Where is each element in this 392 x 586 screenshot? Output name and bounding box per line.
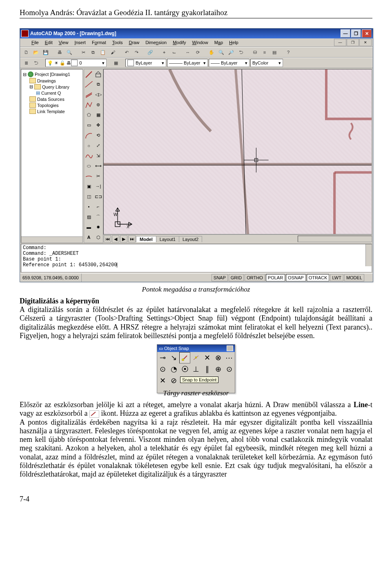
trim-icon[interactable]: ✂ [94, 171, 103, 181]
menu-dimension[interactable]: Dimension [143, 40, 169, 45]
osnap-appint-icon[interactable]: ⊗ [213, 352, 224, 363]
cmd-input-line[interactable]: Reference point 1: 645300,264200 [23, 262, 370, 268]
preview-icon[interactable]: 🔍 [65, 48, 74, 57]
drawing-canvas[interactable]: W X [103, 69, 372, 234]
help-icon[interactable]: ? [284, 48, 293, 57]
layerprev-icon[interactable]: ⮌ [31, 58, 40, 67]
open-icon[interactable]: 📂 [31, 48, 40, 57]
osnap-endpoint-icon[interactable] [179, 352, 190, 363]
plotstyle-combo[interactable]: ByColor▾ [250, 59, 283, 67]
status-ortho[interactable]: ORTHO [245, 274, 265, 281]
mtext-icon[interactable]: A [84, 232, 94, 242]
osnap-center-icon[interactable]: ⊙ [157, 363, 168, 375]
status-polar[interactable]: POLAR [266, 274, 285, 281]
menu-tools[interactable]: Tools [110, 40, 125, 45]
new-icon[interactable]: 🗋 [22, 48, 31, 57]
zoom-prev-icon[interactable]: ⮌ [236, 48, 245, 57]
cut-icon[interactable]: ✂ [79, 48, 88, 57]
tab-last-icon[interactable]: ⏭ [128, 235, 136, 243]
lengthen-icon[interactable]: ⟷ [94, 161, 103, 171]
paste-icon[interactable]: 📋 [98, 48, 107, 57]
mdi-restore-icon[interactable]: ❐ [347, 39, 359, 46]
status-model[interactable]: MODEL [344, 274, 364, 281]
explode-icon[interactable]: ✸ [94, 222, 103, 232]
layers-icon[interactable]: ≣ [22, 58, 31, 67]
adcenter-icon[interactable]: ▤ [270, 48, 279, 57]
fillet-icon[interactable]: ⌒ [94, 212, 103, 222]
menu-window[interactable]: Window [190, 40, 211, 45]
mdi-close-icon[interactable]: ✕ [359, 39, 372, 46]
zoom-win-icon[interactable]: 🔎 [227, 48, 236, 57]
region-icon[interactable]: ▬ [84, 222, 94, 232]
command-window[interactable]: Command: Command: _ADERSHEET Base point … [21, 244, 372, 272]
chamfer-icon[interactable]: ⌐ [94, 202, 103, 212]
menu-insert[interactable]: Insert [72, 40, 88, 45]
hyperlink-icon[interactable]: 🔗 [146, 48, 155, 57]
osnap-perpendicular-icon[interactable]: ⊥ [190, 363, 201, 375]
status-osnap[interactable]: OSNAP [286, 274, 306, 281]
matchprop-icon[interactable]: 🖌 [108, 48, 117, 57]
array-icon[interactable]: ▦ [94, 110, 103, 120]
dist-icon[interactable]: ↔ [183, 48, 192, 57]
line-icon[interactable] [84, 69, 94, 79]
block-icon[interactable]: ◫ [84, 192, 94, 201]
menu-draw[interactable]: Draw [126, 40, 142, 45]
arc-icon[interactable] [84, 131, 94, 140]
extend-icon[interactable]: →| [94, 181, 103, 191]
copy-icon[interactable]: ⧉ [89, 48, 98, 57]
tab-layout1[interactable]: Layout1 [156, 236, 179, 242]
cmd-vscrollbar[interactable] [365, 244, 372, 266]
linetype-combo[interactable]: ——— ByLayer▾ [167, 59, 208, 67]
hatch-icon[interactable]: ▨ [84, 212, 94, 222]
mdi-minimize-icon[interactable]: — [334, 39, 346, 46]
pline-icon[interactable] [84, 100, 94, 110]
minimize-button[interactable]: — [341, 29, 350, 38]
undo-icon[interactable]: ↶ [122, 48, 131, 57]
menu-modify[interactable]: Modify [170, 40, 188, 45]
menu-view[interactable]: View [56, 40, 71, 45]
color-combo[interactable]: ByLayer▾ [125, 59, 166, 67]
project-tree[interactable]: ⊟Project [Drawing1 Drawings ⊟Query Libra… [21, 69, 82, 236]
xline-icon[interactable] [84, 80, 94, 89]
osnap-from-icon[interactable]: ↘ [168, 352, 179, 363]
osnap-tracking-icon[interactable]: ⊸ [157, 352, 168, 363]
rotate-icon[interactable]: ⟲ [94, 131, 103, 140]
status-grid[interactable]: GRID [229, 274, 244, 281]
stretch-icon[interactable]: ⇲ [94, 151, 103, 161]
scale-icon[interactable]: ⤢ [94, 141, 103, 151]
layer-combo[interactable]: 💡 ☀ 🔓 🖶 0▾ [45, 59, 107, 67]
status-lwt[interactable]: LWT [330, 274, 343, 281]
offset-icon[interactable]: ⊚ [94, 100, 103, 110]
menu-map[interactable]: Map [212, 40, 225, 45]
move-icon[interactable]: ✥ [94, 120, 103, 130]
tab-first-icon[interactable]: ⏮ [104, 235, 111, 243]
redraw-icon[interactable]: ⟳ [193, 48, 202, 57]
dbconnect-icon[interactable]: ⛁ [250, 48, 259, 57]
status-otrack[interactable]: OTRACK [307, 274, 330, 281]
osnap-quadrant-icon[interactable]: ◔ [168, 363, 179, 375]
menu-edit[interactable]: Edit [42, 40, 55, 45]
tab-prev-icon[interactable]: ◀ [112, 235, 119, 243]
menu-file[interactable]: File [29, 40, 41, 45]
properties-icon[interactable]: ≡ [260, 48, 269, 57]
copy-icon[interactable]: ⧉ [94, 80, 103, 89]
osnap-close-icon[interactable] [227, 345, 233, 351]
spline-icon[interactable] [84, 151, 94, 161]
osnap-none-icon[interactable]: ⊘ [168, 375, 179, 386]
osnap-midpoint-icon[interactable] [190, 352, 201, 363]
osnap-parallel-icon[interactable]: ∥ [202, 363, 213, 375]
menu-help[interactable]: Help [227, 40, 241, 45]
point-icon[interactable]: • [84, 202, 94, 212]
insert-icon[interactable]: ▣ [84, 181, 94, 191]
osnap-icon[interactable]: ⌖ [160, 48, 169, 57]
mline-icon[interactable] [84, 90, 94, 100]
save-icon[interactable]: 💾 [41, 48, 50, 57]
pan-icon[interactable]: ✋ [207, 48, 216, 57]
mirror-icon[interactable]: ◁▷ [94, 90, 103, 100]
polygon-cleanup-icon[interactable]: ⬡ [94, 232, 103, 242]
tab-next-icon[interactable]: ▶ [120, 235, 127, 243]
polygon-icon[interactable]: ⬠ [84, 110, 94, 120]
tab-model[interactable]: Model [136, 236, 156, 242]
lineweight-combo[interactable]: —— ByLayer▾ [209, 59, 249, 67]
zoom-rt-icon[interactable]: 🔍 [217, 48, 226, 57]
